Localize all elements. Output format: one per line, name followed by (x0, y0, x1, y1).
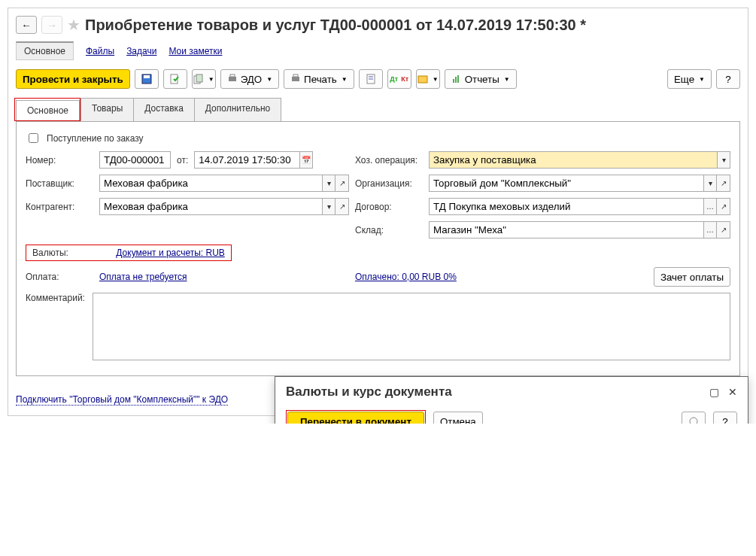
section-tab-tasks[interactable]: Задачи (126, 46, 156, 56)
transfer-button[interactable]: Перенести в документ (287, 412, 424, 424)
report-icon (366, 74, 376, 84)
offset-button[interactable]: Зачет оплаты (654, 267, 730, 287)
by-order-row: Поступление по заказу (26, 131, 730, 145)
svg-rect-5 (229, 77, 236, 81)
number-input[interactable] (99, 151, 171, 169)
dtkt-button[interactable]: ДтКт (387, 69, 411, 89)
comment-textarea[interactable] (93, 293, 730, 360)
org-input[interactable] (429, 175, 703, 192)
section-tab-files[interactable]: Файлы (86, 46, 114, 56)
contract-label: Договор: (355, 202, 423, 212)
date-input-group: 📅 (194, 151, 313, 169)
floppy-icon (141, 74, 152, 84)
open-icon[interactable]: ↗ (335, 198, 349, 215)
by-order-checkbox[interactable] (29, 133, 38, 143)
post-and-close-button[interactable]: Провести и закрыть (16, 69, 130, 89)
org-input-group: ▾ ↗ (429, 175, 730, 192)
save-button[interactable] (135, 69, 159, 89)
folder-icon (417, 74, 428, 84)
open-icon[interactable]: ↗ (717, 175, 730, 192)
popup-help-button[interactable]: ? (713, 412, 737, 424)
warehouse-input[interactable] (429, 221, 703, 239)
svg-rect-4 (196, 74, 202, 82)
ellipsis-icon[interactable]: … (703, 198, 717, 215)
currency-label: Валюты: (32, 248, 100, 258)
date-input[interactable] (194, 151, 299, 169)
currency-link[interactable]: Документ и расчеты: RUB (116, 248, 224, 258)
dt-icon: Дт (390, 75, 398, 83)
svg-rect-13 (453, 79, 454, 83)
section-tabs: Основное Файлы Задачи Мои заметки (16, 41, 740, 60)
by-order-label: Поступление по заказу (47, 133, 144, 144)
section-tab-notes[interactable]: Мои заметки (169, 46, 222, 56)
toolbar: Провести и закрыть ▼ ЭДО▼ Печать▼ ДтКт ▼ (16, 69, 740, 89)
structure-button[interactable]: ▼ (416, 69, 440, 89)
warehouse-label: Склад: (355, 225, 423, 235)
sub-tab-main[interactable]: Основное (16, 100, 80, 120)
highlight-currency-row: Валюты: Документ и расчеты: RUB (26, 245, 232, 261)
connect-edo-link[interactable]: Подключить "Торговый дом "Комплексный"" … (16, 394, 228, 406)
open-icon[interactable]: ↗ (717, 198, 730, 215)
popup-title: Валюты и курс документа (286, 384, 452, 400)
post-icon (170, 74, 181, 84)
contractor-input-group: ▾ ↗ (99, 198, 349, 215)
number-label: Номер: (26, 155, 93, 166)
report-1-button[interactable] (359, 69, 383, 89)
svg-rect-1 (144, 75, 150, 78)
sub-tab-delivery[interactable]: Доставка (133, 98, 195, 121)
nav-back-button[interactable]: ← (16, 16, 37, 34)
pin-button[interactable] (682, 412, 706, 424)
popup-header: Валюты и курс документа ▢ ✕ (275, 377, 748, 407)
contract-input[interactable] (429, 198, 703, 215)
supplier-input-group: ▾ ↗ (99, 175, 349, 192)
print-button[interactable]: Печать▼ (284, 69, 354, 89)
more-button[interactable]: Еще▼ (667, 69, 712, 89)
svg-rect-7 (292, 77, 299, 81)
edo-button[interactable]: ЭДО▼ (220, 69, 279, 89)
calendar-icon[interactable]: 📅 (299, 151, 313, 169)
dropdown-icon[interactable]: ▾ (703, 175, 717, 192)
comment-label: Комментарий: (26, 293, 87, 303)
window-title: Приобретение товаров и услуг ТД00-000001… (85, 17, 586, 34)
supplier-label: Поставщик: (26, 178, 93, 189)
paid-link[interactable]: Оплачено: 0,00 RUB 0% (355, 272, 457, 282)
operation-label: Хоз. операция: (355, 155, 423, 166)
supplier-input[interactable] (99, 175, 322, 192)
printer-icon (227, 74, 238, 84)
cancel-button[interactable]: Отмена (433, 412, 483, 424)
chart-icon (451, 74, 462, 84)
open-icon[interactable]: ↗ (717, 221, 730, 239)
sub-tab-additional[interactable]: Дополнительно (194, 98, 281, 121)
dropdown-icon[interactable]: ▾ (322, 175, 335, 192)
post-button[interactable] (163, 69, 187, 89)
org-label: Организация: (355, 178, 423, 189)
contractor-label: Контрагент: (26, 202, 93, 212)
reports-button[interactable]: Отчеты▼ (445, 69, 517, 89)
open-icon[interactable]: ↗ (335, 175, 349, 192)
docs-icon (193, 74, 204, 84)
favorite-star-icon[interactable]: ★ (67, 16, 80, 34)
sub-tab-goods[interactable]: Товары (80, 98, 134, 121)
svg-point-16 (690, 418, 697, 424)
document-window: ← → ★ Приобретение товаров и услуг ТД00-… (8, 8, 748, 416)
header: ← → ★ Приобретение товаров и услуг ТД00-… (16, 16, 740, 34)
operation-select[interactable] (429, 151, 717, 169)
form-body: Поступление по заказу Номер: от: 📅 Хоз. … (16, 122, 740, 376)
from-label: от: (177, 155, 188, 166)
payment-label: Оплата: (26, 272, 93, 282)
payment-link[interactable]: Оплата не требуется (99, 272, 187, 282)
create-based-on-button[interactable]: ▼ (192, 69, 216, 89)
svg-rect-6 (230, 74, 235, 77)
maximize-icon[interactable]: ▢ (709, 386, 719, 398)
svg-rect-15 (457, 75, 459, 83)
close-icon[interactable]: ✕ (728, 386, 737, 398)
dropdown-icon[interactable]: ▾ (717, 151, 730, 169)
dropdown-icon[interactable]: ▾ (322, 198, 335, 215)
contractor-input[interactable] (99, 198, 322, 215)
ellipsis-icon[interactable]: … (703, 221, 717, 239)
nav-forward-button[interactable]: → (41, 16, 62, 34)
help-button[interactable]: ? (716, 69, 740, 89)
section-tab-main[interactable]: Основное (16, 41, 74, 60)
highlight-red-subtabs: Основное (14, 98, 80, 121)
operation-input-group: ▾ (429, 151, 730, 169)
